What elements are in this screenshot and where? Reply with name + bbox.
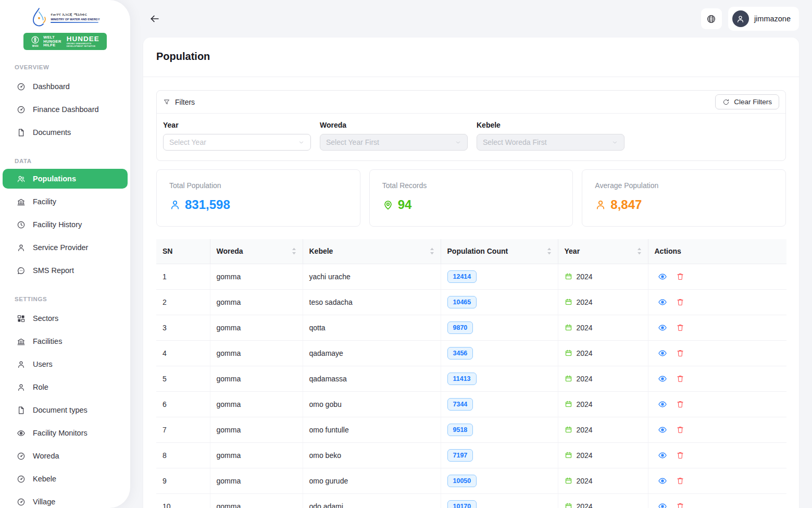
stat-label: Total Population xyxy=(169,181,347,190)
sidebar-item-facilities[interactable]: Facilities xyxy=(0,330,130,353)
view-button[interactable] xyxy=(658,476,667,486)
view-button[interactable] xyxy=(658,323,667,332)
kebele-select[interactable]: Select Woreda First xyxy=(477,134,624,151)
cell-sn: 7 xyxy=(156,417,210,442)
woreda-filter-field: Woreda Select Year First xyxy=(320,121,468,151)
year-select-placeholder: Select Year xyxy=(169,138,206,146)
sidebar-item-label: Users xyxy=(33,360,53,368)
back-button[interactable] xyxy=(146,10,164,28)
stat-label: Average Population xyxy=(595,181,773,190)
cell-kebele: teso sadacha xyxy=(303,289,441,315)
year-select[interactable]: Select Year xyxy=(163,134,311,151)
delete-button[interactable] xyxy=(676,298,685,307)
cell-sn: 9 xyxy=(156,468,210,493)
cell-kebele: omo gurude xyxy=(303,468,441,493)
sidebar-item-sms-report[interactable]: SMS Report xyxy=(0,259,130,282)
sidebar-item-facility[interactable]: Facility xyxy=(0,190,130,213)
view-button[interactable] xyxy=(658,298,667,307)
table-row: 1 gomma yachi urache 12414 2024 xyxy=(156,264,786,289)
header-kebele[interactable]: Kebele xyxy=(303,239,441,264)
view-button[interactable] xyxy=(658,425,667,435)
sidebar-item-label: SMS Report xyxy=(33,266,74,275)
eye-icon xyxy=(658,349,667,358)
brand-logos: የውሃና ኢነርጂ ሚኒስቴር MINISTRY OF WATER AND EN… xyxy=(0,0,130,50)
delete-button[interactable] xyxy=(676,476,685,486)
sidebar-item-finance-dashboard[interactable]: Finance Dashboard xyxy=(0,98,130,121)
view-button[interactable] xyxy=(658,400,667,409)
sidebar-item-label: Finance Dashboard xyxy=(33,105,99,114)
wheat-icon xyxy=(31,35,40,44)
view-button[interactable] xyxy=(658,349,667,358)
view-button[interactable] xyxy=(658,374,667,383)
population-table: SN Woreda Kebele Population Count Year A… xyxy=(156,239,786,508)
delete-button[interactable] xyxy=(676,374,685,383)
user-menu[interactable]: jimmazone xyxy=(728,7,799,31)
header-year[interactable]: Year xyxy=(558,239,648,264)
delete-button[interactable] xyxy=(676,349,685,358)
cell-woreda: gomma xyxy=(210,442,303,468)
avatar xyxy=(732,10,749,27)
sidebar-item-document-types[interactable]: Document types xyxy=(0,399,130,422)
page-title: Population xyxy=(143,38,799,77)
sidebar-item-facility-monitors[interactable]: Facility Monitors xyxy=(0,422,130,444)
sidebar-item-kebele[interactable]: Kebele xyxy=(0,467,130,490)
village-icon xyxy=(17,498,26,506)
person-icon xyxy=(169,199,181,210)
cell-woreda: gomma xyxy=(210,315,303,340)
sort-icon[interactable] xyxy=(430,247,434,255)
sectors-icon xyxy=(17,314,26,323)
header-sn: SN xyxy=(156,239,210,264)
sidebar-item-users[interactable]: Users xyxy=(0,353,130,376)
delete-button[interactable] xyxy=(676,400,685,409)
populations-icon xyxy=(17,175,26,183)
calendar-icon xyxy=(565,477,572,485)
sort-icon[interactable] xyxy=(637,247,642,255)
clear-filters-button[interactable]: Clear Filters xyxy=(715,94,779,109)
language-button[interactable] xyxy=(701,8,722,29)
header-population-count[interactable]: Population Count xyxy=(441,239,558,264)
sidebar-item-documents[interactable]: Documents xyxy=(0,121,130,144)
calendar-icon xyxy=(565,349,572,357)
cell-year: 2024 xyxy=(577,477,593,485)
whh-hundee-banner: WHH WELT HUNGER HILFE HUNDEE OROMO GRASS… xyxy=(23,33,107,50)
stat-label: Total Records xyxy=(382,181,560,190)
sidebar-item-sectors[interactable]: Sectors xyxy=(0,307,130,330)
delete-button[interactable] xyxy=(676,425,685,435)
sidebar-item-role[interactable]: Role xyxy=(0,376,130,399)
sort-icon[interactable] xyxy=(547,247,552,255)
documents-icon xyxy=(17,128,26,137)
header-woreda[interactable]: Woreda xyxy=(210,239,303,264)
ministry-amharic-text: የውሃና ኢነርጂ ሚኒስቴር xyxy=(51,13,99,17)
cell-kebele: odo adami xyxy=(303,493,441,508)
delete-button[interactable] xyxy=(676,502,685,508)
trash-icon xyxy=(676,323,684,332)
view-button[interactable] xyxy=(658,272,667,281)
cell-woreda: gomma xyxy=(210,493,303,508)
sidebar-item-populations[interactable]: Populations xyxy=(3,169,128,189)
cell-kebele: omo funtulle xyxy=(303,417,441,442)
delete-button[interactable] xyxy=(676,323,685,332)
delete-button[interactable] xyxy=(676,451,685,460)
sidebar-item-label: Kebele xyxy=(33,475,56,483)
kebele-select-placeholder: Select Woreda First xyxy=(483,138,547,146)
view-button[interactable] xyxy=(658,451,667,460)
person-icon xyxy=(595,199,606,210)
sidebar-item-facility-history[interactable]: Facility History xyxy=(0,213,130,236)
table-row: 5 gomma qadamassa 11413 2024 xyxy=(156,366,786,391)
kebele-filter-field: Kebele Select Woreda First xyxy=(477,121,624,151)
woreda-select[interactable]: Select Year First xyxy=(320,134,468,151)
sidebar-item-service-provider[interactable]: Service Provider xyxy=(0,236,130,259)
trash-icon xyxy=(676,272,684,281)
sidebar-item-woreda[interactable]: Woreda xyxy=(0,444,130,467)
delete-button[interactable] xyxy=(676,272,685,281)
trash-icon xyxy=(676,425,684,434)
sidebar-item-dashboard[interactable]: Dashboard xyxy=(0,75,130,98)
sidebar-item-label: Woreda xyxy=(33,452,59,460)
sidebar-item-label: Dashboard xyxy=(33,82,70,91)
view-button[interactable] xyxy=(658,502,667,508)
sidebar-item-village[interactable]: Village xyxy=(0,490,130,508)
ministry-logo: የውሃና ኢነርጂ ሚኒስቴር MINISTRY OF WATER AND EN… xyxy=(30,5,99,30)
calendar-icon xyxy=(565,502,572,508)
sort-icon[interactable] xyxy=(292,247,296,255)
table-row: 2 gomma teso sadacha 10465 2024 xyxy=(156,289,786,315)
